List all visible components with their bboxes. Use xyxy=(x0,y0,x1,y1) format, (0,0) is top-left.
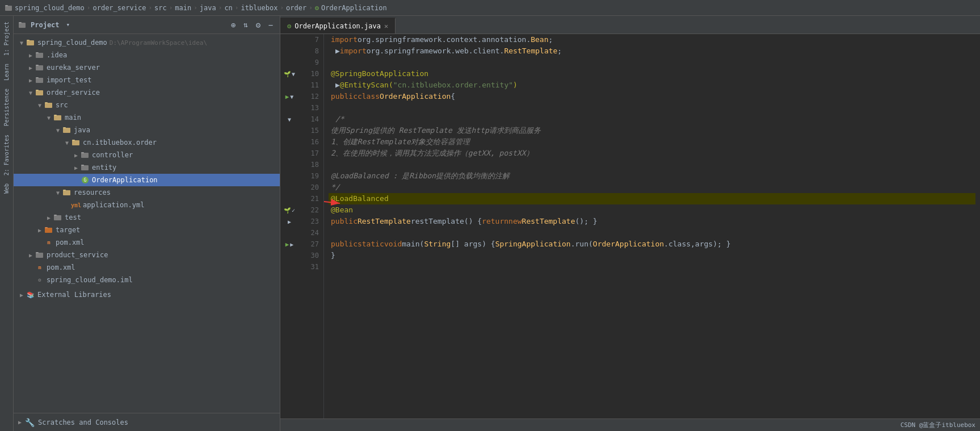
breadcrumb-spring-cloud-demo[interactable]: spring_cloud_demo xyxy=(15,4,85,12)
tree-item-cn-itbluebox-order[interactable]: ▼ cn.itbluebox.order xyxy=(14,136,280,149)
arrow-application-yml: ▶ xyxy=(64,202,70,208)
svg-rect-10 xyxy=(36,78,43,83)
tree-item-order-application[interactable]: ▶ G OrderApplication xyxy=(14,174,280,186)
tree-item-import-test[interactable]: ▶ import_test xyxy=(14,74,280,86)
tree-item-application-yml[interactable]: ▶ yml application.yml xyxy=(14,199,280,211)
sidebar-learn-label[interactable]: Learn xyxy=(2,60,11,84)
folder-icon-cn-itbluebox-order xyxy=(71,138,81,147)
sidebar-persistence-label[interactable]: Persistence xyxy=(2,85,11,129)
gutter-16 xyxy=(280,136,298,148)
gutter-run-icon-12[interactable]: ▶ xyxy=(285,93,289,101)
gutter-18 xyxy=(280,159,298,170)
label-order-service: order_service xyxy=(47,89,100,97)
line-num-7: 7 xyxy=(303,34,319,45)
folder-icon-controller xyxy=(81,150,90,160)
gutter-23: ▶ xyxy=(280,216,298,227)
code-12-public: public xyxy=(331,91,357,102)
sidebar-project-label[interactable]: 1: Project xyxy=(2,18,11,59)
label-product-service: product_service xyxy=(47,251,108,259)
tab-close-icon[interactable]: ✕ xyxy=(384,22,388,30)
svg-rect-30 xyxy=(54,215,61,220)
code-line-30: } xyxy=(329,250,975,261)
gutter-fold-icon-10[interactable]: ▼ xyxy=(292,71,295,77)
breadcrumb-cn[interactable]: cn xyxy=(224,4,232,12)
code-line-18 xyxy=(329,159,975,170)
code-8-fold: ▶ xyxy=(335,45,340,57)
editor-tab-order-application[interactable]: ⚙ OrderApplication.java ✕ xyxy=(280,18,396,34)
breadcrumb-order[interactable]: order xyxy=(286,4,306,12)
sync-icon[interactable]: ⇅ xyxy=(241,20,250,30)
tree-item-entity[interactable]: ▶ entity xyxy=(14,161,280,174)
arrow-iml: ▶ xyxy=(27,277,34,283)
tree-item-src[interactable]: ▼ src xyxy=(14,99,280,111)
code-line-7: import org.springframework.context.annot… xyxy=(329,34,975,45)
code-line-20: */ xyxy=(329,182,975,193)
svg-rect-25 xyxy=(81,165,84,166)
label-pom-order: pom.xml xyxy=(56,238,85,246)
code-27-main: main( xyxy=(402,238,424,250)
arrow-product-service: ▶ xyxy=(27,252,34,258)
sidebar-favorites-label[interactable]: 2: Favorites xyxy=(2,131,11,179)
tree-item-eureka-server[interactable]: ▶ eureka_server xyxy=(14,61,280,74)
sidebar-web-label[interactable]: Web xyxy=(2,180,11,197)
breadcrumb-sep-8: › xyxy=(309,4,313,11)
arrow-pom-root: ▶ xyxy=(27,264,34,271)
gutter-11 xyxy=(280,79,298,91)
project-panel-header: Project ▾ ⊕ ⇅ ⚙ − xyxy=(14,16,280,34)
folder-icon-resources xyxy=(62,188,71,197)
gutter-17 xyxy=(280,148,298,159)
line-num-31: 31 xyxy=(303,261,319,273)
gutter-run-icon-27[interactable]: ▶ xyxy=(285,241,289,248)
svg-rect-16 xyxy=(54,115,61,120)
tree-item-pom-root[interactable]: ▶ m pom.xml xyxy=(14,261,280,274)
code-22-bean: @Bean xyxy=(331,204,353,216)
breadcrumb-main[interactable]: main xyxy=(175,4,191,12)
gutter-bean-icon-22: 🌱 xyxy=(284,207,291,214)
tree-item-target[interactable]: ▶ target xyxy=(14,224,280,236)
folder-icon-target xyxy=(44,225,53,235)
breadcrumb-order-application[interactable]: OrderApplication xyxy=(321,4,387,12)
tree-item-controller[interactable]: ▶ controller xyxy=(14,149,280,161)
label-iml: spring_cloud_demo.iml xyxy=(47,276,133,284)
breadcrumb-order-service[interactable]: order_service xyxy=(92,4,146,12)
arrow-spring-cloud-demo: ▼ xyxy=(18,39,25,46)
svg-rect-11 xyxy=(36,77,39,78)
gutter-fold-icon-14[interactable]: ▼ xyxy=(288,116,291,123)
add-icon[interactable]: ⊕ xyxy=(229,20,238,30)
tree-item-idea[interactable]: ▶ .idea xyxy=(14,49,280,61)
tree-item-order-service[interactable]: ▼ order_service xyxy=(14,86,280,99)
breadcrumb-java[interactable]: java xyxy=(200,4,216,12)
tree-item-iml[interactable]: ▶ ⚙ spring_cloud_demo.iml xyxy=(14,274,280,286)
code-23-method-name: restTemplate() { xyxy=(411,216,482,227)
tree-item-external-libraries[interactable]: ▶ 📚 External Libraries xyxy=(14,288,280,301)
breadcrumb-src[interactable]: src xyxy=(154,4,167,12)
breadcrumb-sep-4: › xyxy=(194,4,197,11)
line-num-13: 13 xyxy=(303,102,319,114)
project-dropdown-arrow[interactable]: ▾ xyxy=(66,21,70,28)
minimize-icon[interactable]: − xyxy=(266,20,275,30)
line-num-11: 11 xyxy=(303,79,319,91)
code-27-dot-run: .run( xyxy=(571,238,593,250)
vertical-sidebar: 1: Project Learn Persistence 2: Favorite… xyxy=(0,16,14,431)
code-27-static: static xyxy=(357,238,384,250)
breadcrumb-sep-1: › xyxy=(87,4,91,11)
tree-item-resources[interactable]: ▼ resources xyxy=(14,186,280,199)
line-num-14: 14 xyxy=(303,114,319,125)
settings-icon[interactable]: ⚙ xyxy=(254,20,263,30)
project-bottom[interactable]: ▶ 🔧 Scratches and Consoles xyxy=(14,413,280,431)
tree-item-pom-order[interactable]: ▶ m pom.xml xyxy=(14,236,280,249)
tree-item-product-service[interactable]: ▶ product_service xyxy=(14,249,280,261)
gutter-fold-icon-12[interactable]: ▼ xyxy=(290,94,293,100)
code-7-bean: Bean xyxy=(531,34,548,45)
code-23-return: return xyxy=(482,216,508,227)
project-panel: Project ▾ ⊕ ⇅ ⚙ − ▼ spring_cloud_demo D:… xyxy=(14,16,280,431)
tree-item-spring-cloud-demo[interactable]: ▼ spring_cloud_demo D:\AProgramWorkSpace… xyxy=(14,36,280,49)
breadcrumb-spring-icon[interactable]: ⚙ xyxy=(315,4,319,12)
tree-item-test[interactable]: ▶ test xyxy=(14,211,280,224)
arrow-external-libraries: ▶ xyxy=(18,291,25,298)
tree-item-java[interactable]: ▼ java xyxy=(14,124,280,136)
tree-item-main[interactable]: ▼ main xyxy=(14,111,280,124)
breadcrumb-itbluebox[interactable]: itbluebox xyxy=(241,4,277,12)
arrow-order-application: ▶ xyxy=(73,177,79,183)
label-main: main xyxy=(65,114,81,122)
